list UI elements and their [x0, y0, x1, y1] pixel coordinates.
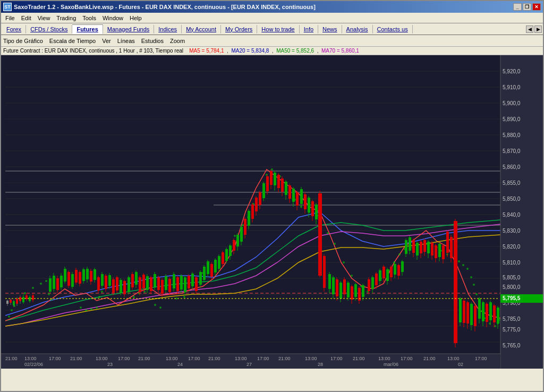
svg-rect-240 — [288, 185, 291, 199]
svg-rect-322 — [446, 232, 449, 253]
nav-indices[interactable]: Indices — [154, 25, 182, 33]
nav-how-to-trade[interactable]: How to trade — [257, 25, 299, 33]
svg-rect-286 — [379, 270, 381, 281]
svg-rect-198 — [210, 264, 213, 277]
menu-help[interactable]: Help — [126, 14, 145, 22]
toolbar-studies[interactable]: Estudios — [141, 38, 164, 44]
svg-rect-146 — [112, 279, 115, 293]
nav-futures[interactable]: Futures — [72, 24, 103, 34]
minimize-button[interactable]: _ — [513, 3, 522, 11]
svg-text:28: 28 — [318, 362, 323, 367]
svg-rect-134 — [90, 271, 92, 282]
svg-rect-264 — [336, 279, 338, 296]
svg-rect-232 — [274, 173, 276, 185]
menu-tools[interactable]: Tools — [79, 14, 99, 22]
svg-point-35 — [85, 309, 87, 311]
svg-rect-102 — [19, 297, 21, 301]
nav-managed-funds[interactable]: Managed Funds — [103, 25, 155, 33]
svg-rect-210 — [233, 240, 235, 251]
nav-forex[interactable]: Forex — [2, 25, 26, 33]
svg-point-40 — [133, 296, 135, 298]
svg-rect-116 — [56, 278, 59, 290]
close-button[interactable]: ✕ — [532, 3, 541, 11]
svg-rect-216 — [244, 219, 246, 235]
nav-cfds[interactable]: CFDs / Stocks — [26, 25, 72, 33]
svg-rect-100 — [16, 299, 18, 304]
nav-my-account[interactable]: My Account — [182, 25, 221, 33]
chart-area[interactable]: 5,920,0 5,910,0 5,900,0 5,890,0 5,880,0 … — [1, 55, 544, 369]
nav-my-orders[interactable]: My Orders — [221, 25, 257, 33]
svg-point-33 — [50, 299, 53, 301]
menu-window[interactable]: Window — [99, 14, 126, 22]
svg-text:5,855,0: 5,855,0 — [503, 180, 521, 186]
svg-point-90 — [494, 325, 496, 327]
svg-text:5,870,0: 5,870,0 — [503, 148, 521, 154]
svg-point-49 — [234, 235, 236, 237]
svg-rect-344 — [489, 302, 492, 320]
svg-rect-122 — [67, 272, 70, 286]
svg-rect-220 — [251, 204, 254, 219]
svg-point-28 — [24, 292, 26, 294]
svg-rect-200 — [214, 260, 217, 272]
svg-rect-238 — [285, 182, 287, 195]
svg-text:5,765,0: 5,765,0 — [503, 343, 521, 348]
svg-rect-184 — [184, 277, 186, 292]
nav-contacts[interactable]: Contacts us — [373, 25, 413, 33]
svg-point-85 — [475, 293, 478, 295]
svg-rect-244 — [296, 192, 299, 206]
chart-toolbar: Tipo de Gráfico Escala de Tiempo Ver Lín… — [1, 35, 543, 47]
svg-point-80 — [458, 260, 460, 262]
svg-point-64 — [351, 275, 353, 277]
svg-point-61 — [327, 232, 329, 234]
svg-rect-128 — [79, 272, 81, 284]
menu-file[interactable]: File — [2, 14, 18, 22]
toolbar-lines[interactable]: Líneas — [117, 38, 135, 44]
svg-rect-104 — [22, 297, 24, 302]
svg-text:02/22/06: 02/22/06 — [24, 362, 43, 367]
ma50-label: MA50 = 5,852,6 — [276, 48, 314, 54]
svg-point-32 — [48, 293, 50, 295]
svg-point-39 — [101, 291, 103, 293]
svg-text:5,860,0: 5,860,0 — [503, 164, 521, 170]
nav-prev-button[interactable]: ◀ — [526, 25, 533, 33]
toolbar-time-scale[interactable]: Escala de Tiempo — [49, 38, 96, 44]
svg-point-44 — [159, 306, 162, 309]
svg-point-24 — [8, 316, 10, 318]
svg-rect-332 — [466, 302, 469, 323]
svg-rect-306 — [416, 243, 419, 255]
menu-view[interactable]: View — [35, 14, 54, 22]
toolbar-view[interactable]: Ver — [102, 38, 111, 44]
menu-bar: File Edit View Trading Tools Window Help — [1, 13, 543, 23]
svg-point-84 — [473, 284, 475, 286]
svg-rect-130 — [82, 269, 85, 281]
svg-rect-164 — [146, 276, 149, 290]
restore-button[interactable]: ❐ — [523, 3, 531, 11]
toolbar-zoom[interactable]: Zoom — [170, 38, 185, 44]
ma70-label: MA70 = 5,860,1 — [321, 48, 359, 54]
svg-rect-170 — [157, 277, 160, 290]
svg-text:13:00: 13:00 — [96, 356, 108, 361]
nav-analysis[interactable]: Analysis — [342, 25, 373, 33]
svg-rect-230 — [270, 171, 273, 185]
svg-rect-296 — [397, 265, 400, 276]
svg-point-50 — [242, 224, 244, 226]
menu-edit[interactable]: Edit — [18, 14, 35, 22]
svg-rect-132 — [86, 269, 89, 279]
svg-point-38 — [98, 296, 100, 298]
toolbar-chart-type[interactable]: Tipo de Gráfico — [3, 38, 43, 44]
svg-rect-270 — [347, 283, 350, 297]
svg-rect-148 — [116, 277, 118, 291]
svg-text:27: 27 — [246, 362, 252, 367]
svg-text:21:00: 21:00 — [353, 356, 365, 361]
svg-rect-330 — [463, 301, 465, 323]
svg-rect-156 — [131, 274, 134, 287]
nav-news[interactable]: News — [318, 25, 342, 33]
svg-rect-310 — [423, 240, 426, 252]
svg-rect-160 — [139, 277, 141, 292]
svg-rect-260 — [328, 274, 331, 289]
menu-trading[interactable]: Trading — [53, 14, 79, 22]
svg-text:13:00: 13:00 — [235, 356, 247, 361]
svg-rect-248 — [304, 194, 307, 209]
nav-info[interactable]: Info — [300, 25, 318, 33]
nav-next-button[interactable]: ▶ — [534, 25, 542, 33]
